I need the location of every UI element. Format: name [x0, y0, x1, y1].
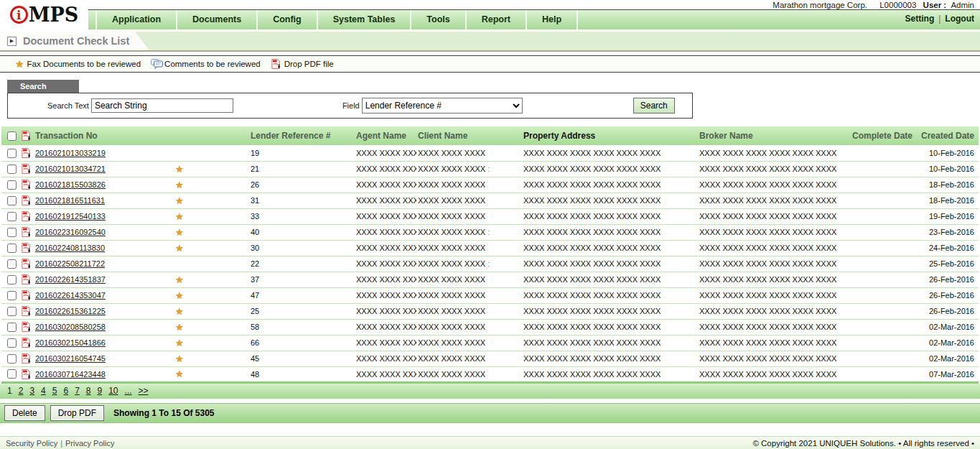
- pdf-download-icon[interactable]: [21, 179, 32, 190]
- pagination-page-link[interactable]: 6: [63, 386, 68, 396]
- table-row: 2016021013033219 ★ 19 XXXX XXXX XXXX XXX…: [1, 145, 979, 161]
- fax-documents-link[interactable]: ★ Fax Documents to be reviewed: [15, 59, 141, 69]
- transaction-link[interactable]: 2016030716423448: [35, 370, 106, 379]
- transaction-link[interactable]: 2016021013034721: [35, 165, 106, 173]
- menu-item-system-tables[interactable]: System Tables: [318, 10, 412, 29]
- select-all-checkbox[interactable]: [7, 131, 17, 141]
- pagination-page-link[interactable]: 3: [29, 386, 34, 396]
- pagination-page-link[interactable]: 5: [52, 386, 57, 396]
- col-header-created-date[interactable]: Created Date: [915, 126, 979, 145]
- row-checkbox[interactable]: [7, 180, 17, 190]
- cell-property-address: XXXX XXXX XXXX XXXX XXXX XXXX: [522, 303, 696, 319]
- transaction-link[interactable]: 2016022614351837: [35, 275, 106, 284]
- transaction-link[interactable]: 2016030215041866: [35, 338, 106, 347]
- pdf-download-icon[interactable]: [21, 147, 32, 159]
- row-checkbox[interactable]: [7, 338, 17, 348]
- transaction-link[interactable]: 2016030208580258: [35, 323, 106, 331]
- menu-item-application[interactable]: Application: [95, 10, 177, 29]
- app-logo[interactable]: i MPS: [0, 0, 88, 29]
- col-header-agent-name[interactable]: Agent Name: [352, 126, 416, 145]
- pdf-download-icon[interactable]: [21, 163, 32, 175]
- row-checkbox[interactable]: [7, 291, 17, 300]
- pdf-download-icon[interactable]: [21, 337, 32, 348]
- pdf-download-icon[interactable]: [21, 258, 32, 269]
- col-header-complete-date[interactable]: Complete Date: [852, 126, 915, 145]
- pagination-page-link[interactable]: 10: [108, 386, 118, 396]
- cell-broker-name: XXXX XXXX XXXX XXXX XXXX XXXX: [696, 319, 852, 335]
- pagination-page-link[interactable]: 9: [98, 386, 103, 396]
- pagination-page-link[interactable]: >>: [139, 386, 149, 396]
- pdf-download-icon[interactable]: [21, 226, 32, 238]
- delete-button[interactable]: Delete: [4, 405, 45, 421]
- star-icon: ★: [175, 322, 184, 333]
- col-header-property-address[interactable]: Property Address: [522, 126, 696, 145]
- pdf-download-icon[interactable]: [21, 305, 32, 317]
- transaction-link[interactable]: 2016021816511631: [35, 196, 105, 205]
- expand-arrow-icon[interactable]: ▶: [7, 37, 17, 46]
- pdf-download-icon[interactable]: [21, 210, 32, 222]
- drop-pdf-file-label: Drop PDF file: [284, 60, 334, 68]
- pdf-download-icon[interactable]: [21, 242, 32, 254]
- pagination-page-link[interactable]: 8: [86, 386, 91, 396]
- col-header-lender-reference[interactable]: Lender Reference #: [249, 126, 352, 145]
- comments-review-link[interactable]: Comments to be reviewed: [151, 59, 261, 69]
- pdf-download-icon[interactable]: [21, 321, 32, 333]
- search-input[interactable]: [91, 98, 233, 113]
- row-checkbox[interactable]: [7, 196, 17, 205]
- cell-broker-name: XXXX XXXX XXXX XXXX XXXX XXXX: [696, 177, 852, 193]
- search-button[interactable]: Search: [633, 98, 675, 114]
- menu-item-report[interactable]: Report: [467, 10, 527, 29]
- row-checkbox[interactable]: [7, 165, 17, 174]
- row-checkbox[interactable]: [7, 275, 17, 284]
- transaction-link[interactable]: 2016022614353047: [35, 291, 106, 300]
- transaction-link[interactable]: 2016030216054745: [35, 354, 106, 363]
- transaction-link[interactable]: 2016022508211722: [35, 259, 105, 268]
- transaction-link[interactable]: 2016022615361225: [35, 307, 106, 315]
- menu-item-documents[interactable]: Documents: [177, 10, 258, 29]
- menu-item-config[interactable]: Config: [258, 10, 318, 29]
- row-checkbox[interactable]: [7, 369, 17, 379]
- row-checkbox[interactable]: [7, 244, 17, 253]
- pdf-download-icon[interactable]: [21, 290, 32, 301]
- pagination-page-link[interactable]: 2: [19, 386, 24, 396]
- menu-item-help[interactable]: Help: [527, 10, 578, 29]
- row-checkbox[interactable]: [7, 323, 17, 332]
- security-policy-link[interactable]: Security Policy: [6, 439, 57, 448]
- transaction-link[interactable]: 2016022408113830: [35, 244, 105, 252]
- pdf-download-icon[interactable]: [21, 195, 32, 206]
- privacy-policy-link[interactable]: Privacy Policy: [65, 439, 114, 448]
- row-checkbox[interactable]: [7, 259, 17, 269]
- transaction-link[interactable]: 2016021815503826: [35, 180, 106, 189]
- pdf-download-icon[interactable]: [21, 369, 32, 380]
- cell-property-address: XXXX XXXX XXXX XXXX XXXX XXXX: [522, 177, 696, 193]
- pdf-download-icon[interactable]: [21, 274, 32, 285]
- drop-pdf-button[interactable]: Drop PDF: [50, 405, 104, 421]
- row-checkbox[interactable]: [7, 212, 17, 221]
- pagination-page-link[interactable]: ...: [125, 386, 132, 396]
- setting-link[interactable]: Setting: [905, 14, 935, 24]
- transaction-link[interactable]: 2016022316092540: [35, 228, 106, 236]
- row-checkbox[interactable]: [7, 307, 17, 316]
- drop-pdf-file-link[interactable]: Drop PDF file: [271, 58, 334, 70]
- field-select[interactable]: Lender Reference #: [362, 98, 523, 114]
- menu-items: ApplicationDocumentsConfigSystem TablesT…: [95, 10, 578, 29]
- col-header-broker-name[interactable]: Broker Name: [696, 126, 852, 145]
- col-header-client-name[interactable]: Client Name: [416, 126, 522, 145]
- menu-item-tools[interactable]: Tools: [411, 10, 466, 29]
- logout-link[interactable]: Logout: [945, 14, 974, 24]
- pdf-download-icon[interactable]: [21, 353, 32, 364]
- row-checkbox[interactable]: [7, 354, 17, 364]
- row-checkbox[interactable]: [7, 228, 17, 237]
- cell-created-date: 07-Mar-2016: [915, 366, 979, 382]
- table-row: 2016030216054745 ★ 45 XXXX XXXX XXXX XXX…: [1, 351, 979, 366]
- pagination-page-link[interactable]: 7: [75, 386, 80, 396]
- row-checkbox[interactable]: [7, 149, 17, 158]
- breadcrumb: ▶ Document Check List: [0, 32, 151, 50]
- transaction-link[interactable]: 2016021912540133: [35, 212, 106, 221]
- transaction-link[interactable]: 2016021013033219: [35, 149, 106, 157]
- cell-broker-name: XXXX XXXX XXXX XXXX XXXX XXXX: [696, 240, 852, 256]
- col-header-transaction-no[interactable]: Transaction No: [35, 126, 172, 145]
- client-colon: :: [487, 165, 490, 173]
- pagination-page-link[interactable]: 4: [41, 386, 46, 396]
- cell-complete-date: [852, 256, 915, 272]
